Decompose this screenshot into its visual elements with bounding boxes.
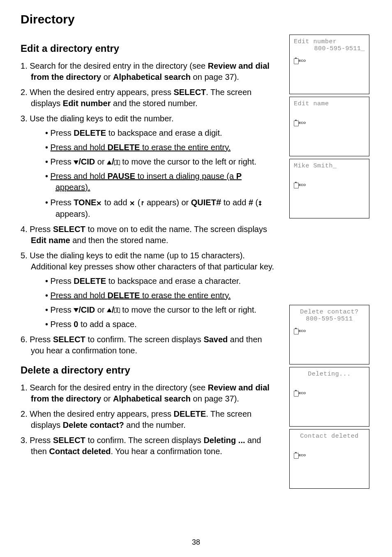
text: Search for the desired entry in the dire… [30,61,208,70]
bold-text: Delete contact? [63,420,124,429]
text: appears). [55,183,90,192]
screen-contact-deleted: Contact deleted ECO [289,429,369,489]
text: Use the dialing keys to edit the number. [30,114,173,123]
bullet: Press and hold DELETE to erase the entir… [45,142,277,153]
text: Press [51,320,74,329]
text: to confirm. The screen displays [85,436,204,445]
delete-section-title: Delete a directory entry [21,364,277,376]
text: Press [51,157,74,166]
svg-text:✕: ✕ [129,200,135,207]
edit-step-6: Press SELECT to confirm. The screen disp… [21,334,277,356]
bold-text: SELECT [173,88,206,97]
text: ( [135,198,140,207]
star-x-icon: ✕ [129,200,135,207]
text: Press and hold [51,291,105,300]
screen-line: Delete contact? [294,309,365,316]
text: Press [51,305,74,314]
text: Press and hold [51,172,105,181]
bold-text: # [249,198,253,207]
edit-step-3: Use the dialing keys to edit the number.… [21,113,277,220]
text: appears). [55,209,90,218]
screen-edit-number: Edit number 800-595-9511_ ECO [289,35,369,94]
text: appears) or [144,198,191,207]
bold-text: Saved [203,335,228,344]
bold-text: SELECT [53,335,85,344]
eco-indicator: ECO [294,58,306,63]
bullet: Press and hold DELETE to erase the entir… [45,290,277,301]
bullet: Press DELETE to backspace and erase a di… [45,128,277,139]
edit-step-5: Use the dialing keys to edit the name (u… [21,250,277,330]
bold-text: Alphabetical search [113,72,191,81]
bold-text: Contact deleted [49,447,111,456]
star-x-icon: ✕ [96,200,102,207]
text: on page 37). [191,394,239,403]
screen-line: 800-595-9511_ [294,45,365,52]
svg-text:✕: ✕ [96,200,101,207]
delete-step-1: Search for the desired entry in the dire… [21,382,277,404]
battery-icon [294,452,298,458]
right-column: Edit number 800-595-9511_ ECO Edit name … [289,35,371,491]
text: to backspace and erase a character. [106,276,241,285]
text: Press and hold [51,143,105,152]
bold-text: SELECT [53,436,85,445]
screen-delete-contact: Delete contact? 800-595-9511 ECO [289,305,369,364]
bold-text: DELETE [108,291,140,300]
bold-text: Edit name [31,236,70,245]
eco-indicator: ECO [294,182,306,188]
bold-text: /CID [78,305,95,314]
bullet: Press and hold PAUSE to insert a dialing… [45,171,277,193]
edit-step-4: Press SELECT to move on to edit the name… [21,224,277,246]
bold-text: TONE [74,198,96,207]
arrow-up-icon [107,308,112,312]
battery-icon [294,120,298,125]
screen-edit-name: Edit name ECO [289,97,369,156]
text: to move on to edit the name. The screen … [85,225,267,234]
text: Search for the desired entry in the dire… [30,383,208,392]
book-icon [114,308,120,313]
text: to add a space. [78,320,136,329]
text: to move the cursor to the left or right. [120,157,256,166]
text: or [101,72,113,81]
text: and the stored number. [111,99,197,108]
battery-icon [294,58,298,63]
text: on page 37). [191,72,239,81]
bold-text: QUIET [191,198,216,207]
bullet: Press TONE✕ to add ✕ ( appears) or QUIET… [45,196,277,220]
eco-indicator: ECO [294,452,306,458]
bullet: Press /CID or / to move the cursor to th… [45,304,277,316]
eco-label: ECO [299,183,306,187]
text: to backspace and erase a digit. [106,128,222,137]
text: or [95,157,107,166]
text: and the number. [124,420,186,429]
text: When the desired entry appears, press [30,88,173,97]
text: to erase the entire entry. [140,143,231,152]
text: to add [102,198,129,207]
book-icon [114,160,120,165]
page-title: Directory [21,12,371,26]
bold-text: SELECT [53,225,85,234]
text: or [101,394,113,403]
screen-line: 800-595-9511 [294,316,365,323]
bullet: Press 0 to add a space. [45,319,277,330]
text: ( [253,198,258,207]
delete-step-2: When the desired entry appears, press DE… [21,408,277,431]
eco-label: ECO [299,329,306,333]
bold-text: Edit number [63,99,111,108]
hash-icon: # [216,197,221,207]
text: When the desired entry appears, press [30,409,173,418]
text: Press [51,276,74,285]
bold-text: /CID [78,157,95,166]
text: to move the cursor to the left or right. [120,305,256,314]
bold-text: DELETE [74,128,106,137]
text: to erase the entire entry. [140,291,231,300]
bold-text: PAUSE [108,172,135,181]
bold-text: DELETE [173,409,206,418]
eco-indicator: ECO [294,390,306,396]
bullet: Press /CID or / to move the cursor to th… [45,156,277,167]
battery-icon [294,328,298,334]
text: Use the dialing keys to edit the name (u… [30,251,274,271]
edit-step-1: Search for the desired entry in the dire… [21,60,277,83]
edit-step5-bullets: Press DELETE to backspace and erase a ch… [45,276,277,330]
screen-line: Contact deleted [294,433,365,440]
eco-label: ECO [299,391,306,395]
